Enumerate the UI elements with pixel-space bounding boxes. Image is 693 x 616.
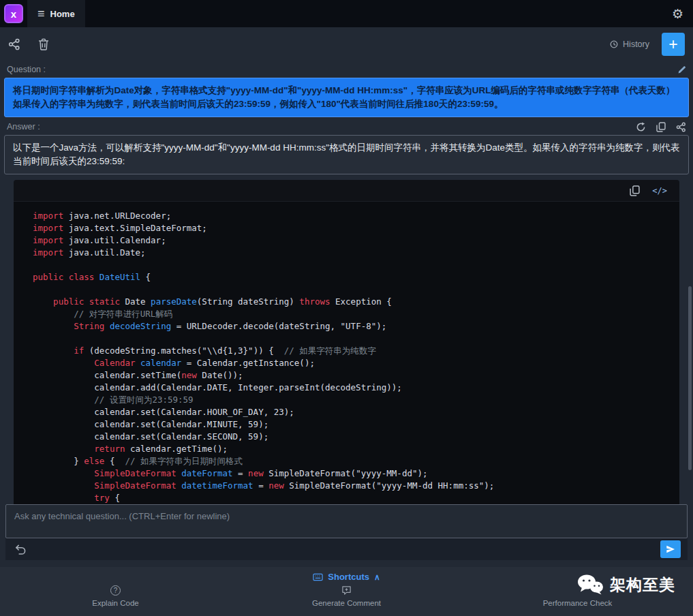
share-icon [676, 122, 686, 132]
code-line: SimpleDateFormat dateFormat = new Simple… [33, 467, 679, 480]
answer-intro-text: 以下是一个Java方法，可以解析支持"yyyy-MM-dd"和"yyyy-MM-… [4, 135, 689, 174]
send-plane-icon [666, 544, 675, 554]
share-chat-button[interactable] [8, 38, 20, 50]
code-block-header: </> [14, 180, 679, 202]
brand-watermark: 架构至美 [576, 574, 675, 596]
code-line: import java.text.SimpleDateFormat; [33, 222, 679, 234]
comment-plus-icon [341, 585, 352, 596]
code-view-toggle[interactable]: </> [652, 186, 667, 196]
menu-icon[interactable]: ≡ [37, 7, 45, 21]
question-circle-icon: ? [110, 585, 121, 596]
code-line: public class DateUtil { [33, 271, 679, 283]
new-chat-button[interactable]: + [662, 33, 685, 56]
answer-actions [636, 122, 686, 132]
code-line [33, 259, 679, 271]
app-logo[interactable]: x [4, 4, 23, 23]
undo-icon [15, 544, 27, 555]
composer [5, 504, 688, 560]
trash-icon [38, 38, 49, 50]
keyboard-icon [313, 573, 323, 581]
tab-home[interactable]: ≡ Home [27, 0, 85, 27]
code-line: calendar.add(Calendar.DATE, Integer.pars… [33, 382, 679, 394]
code-line: Calendar calendar = Calendar.getInstance… [33, 357, 679, 369]
code-line: // 对字符串进行URL解码 [33, 308, 679, 320]
question-text: 将日期时间字符串解析为Date对象，字符串格式支持"yyyy-MM-dd"和"y… [4, 78, 689, 117]
code-line: try { [33, 492, 679, 504]
code-line: import java.util.Calendar; [33, 234, 679, 247]
history-icon [609, 40, 619, 49]
code-block: </> import java.net.URLDecoder;import ja… [14, 180, 679, 504]
plus-icon: + [668, 35, 677, 54]
code-line: import java.util.Date; [33, 247, 679, 259]
code-line: import java.net.URLDecoder; [33, 210, 679, 222]
brand-name: 架构至美 [610, 574, 675, 596]
copy-answer-button[interactable] [656, 122, 666, 132]
shortcut-explain-code[interactable]: ? Explain Code [0, 585, 231, 607]
answer-label-row: Answer : [7, 121, 686, 132]
code-line: calendar.set(Calendar.MINUTE, 59); [33, 418, 679, 431]
chat-content: Question : 将日期时间字符串解析为Date对象，字符串格式支持"yyy… [0, 61, 693, 504]
pencil-icon [677, 65, 686, 74]
shortcuts-label: Shortcuts [328, 572, 369, 582]
shortcut-label: Generate Comment [312, 599, 381, 607]
copy-icon [656, 122, 666, 132]
code-line: calendar.set(Calendar.SECOND, 59); [33, 431, 679, 443]
chat-toolbar: History + [0, 27, 693, 61]
titlebar: x ≡ Home ⚙ [0, 0, 693, 27]
code-lines: import java.net.URLDecoder;import java.t… [14, 202, 679, 504]
code-line: // 设置时间为23:59:59 [33, 394, 679, 406]
share-answer-button[interactable] [676, 122, 686, 132]
copy-icon [630, 185, 640, 196]
scrollbar-thumb[interactable] [688, 286, 692, 470]
wechat-icon [576, 574, 604, 596]
code-line: return calendar.getTime(); [33, 443, 679, 455]
question-input-box [5, 504, 688, 538]
question-label-row: Question : [7, 64, 686, 75]
code-line: calendar.set(Calendar.HOUR_OF_DAY, 23); [33, 406, 679, 418]
regenerate-button[interactable] [636, 122, 646, 132]
undo-button[interactable] [15, 544, 27, 555]
code-line: String decodeString = URLDecoder.decode(… [33, 320, 679, 333]
history-label: History [623, 40, 649, 49]
answer-label: Answer : [7, 122, 40, 132]
tab-home-label: Home [50, 9, 75, 19]
share-icon [8, 38, 20, 50]
refresh-icon [636, 122, 646, 132]
question-mark-glyph: ? [114, 587, 118, 594]
code-line: } else { // 如果字符串为日期时间格式 [33, 455, 679, 467]
send-button[interactable] [660, 540, 681, 558]
shortcut-label: Performance Check [543, 599, 613, 607]
code-line: SimpleDateFormat datetimeFormat = new Si… [33, 480, 679, 492]
settings-gear-icon[interactable]: ⚙ [672, 7, 683, 20]
edit-question-button[interactable] [677, 65, 686, 74]
shortcut-generate-comment[interactable]: Generate Comment [231, 585, 462, 607]
composer-bar [5, 538, 688, 560]
question-label: Question : [7, 65, 46, 74]
code-line: public static Date parseDate(String date… [33, 296, 679, 308]
copy-code-button[interactable] [630, 185, 640, 196]
code-line: if (decodeString.matches("\\d{1,3}")) { … [33, 345, 679, 357]
app-logo-letter: x [11, 8, 16, 20]
question-input[interactable] [6, 505, 687, 538]
code-line [33, 283, 679, 296]
delete-chat-button[interactable] [38, 38, 49, 50]
footer: Shortcuts ∧ ? Explain Code Generate Comm… [0, 567, 693, 616]
code-line: calendar.setTime(new Date()); [33, 369, 679, 382]
chevron-up-icon: ∧ [374, 572, 380, 582]
code-line [33, 333, 679, 345]
history-button[interactable]: History [609, 40, 649, 49]
shortcut-label: Explain Code [92, 599, 138, 607]
